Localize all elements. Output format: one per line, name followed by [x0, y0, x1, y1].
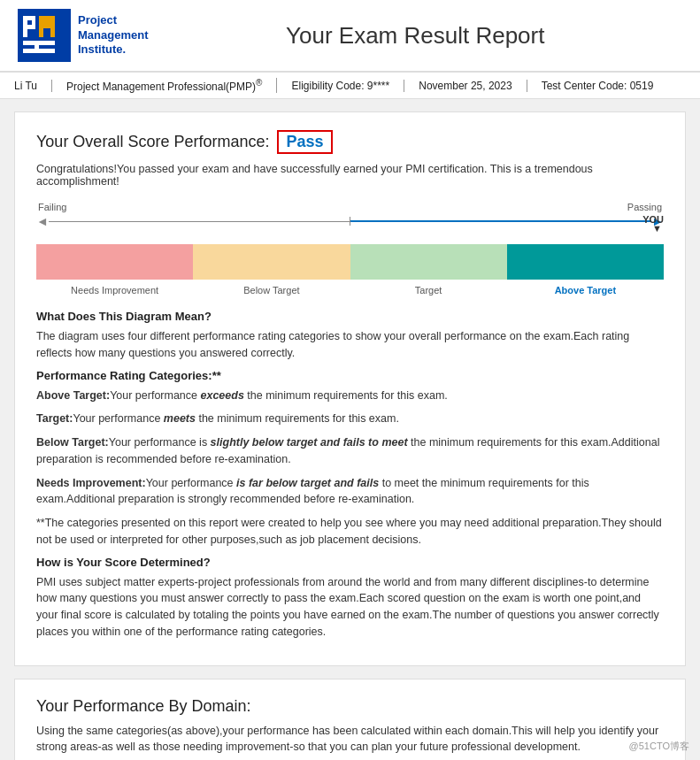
how-text: PMI uses subject matter experts-project …	[36, 574, 664, 641]
how-heading: How is Your Score Determined?	[36, 556, 664, 569]
needs-improvement-bar	[36, 244, 193, 280]
what-heading: What Does This Diagram Mean?	[36, 310, 664, 323]
domain-title: Your Performance By Domain:	[36, 697, 664, 716]
category-labels: Needs Improvement Below Target Target Ab…	[36, 285, 664, 296]
perf-heading: Performance Rating Categories:**	[36, 369, 664, 382]
target-bar	[350, 244, 507, 280]
left-arrow-icon: ◄	[36, 214, 49, 228]
performance-scale: Failing Passing ◄ ► YOU ▼	[36, 202, 664, 296]
congrats-text: Congratulations!You passed your exam and…	[36, 163, 664, 188]
logo-area: Project Management Institute.	[18, 9, 148, 62]
pmi-logo-icon	[18, 9, 71, 62]
above-target-desc: Above Target:Your performance exceeds th…	[36, 388, 664, 404]
below-target-bar	[193, 244, 350, 280]
svg-rect-11	[23, 49, 55, 53]
above-target-label: Above Target	[507, 285, 664, 296]
svg-rect-4	[32, 16, 35, 29]
eligibility-code: Eligibility Code: 9****	[277, 80, 404, 92]
info-bar: Li Tu Project Management Professional(PM…	[0, 72, 700, 99]
candidate-name: Li Tu	[14, 80, 52, 92]
domain-card: Your Performance By Domain: Using the sa…	[14, 679, 686, 761]
what-text: The diagram uses four different performa…	[36, 328, 664, 362]
scale-labels: Failing Passing	[36, 202, 664, 212]
score-card: Your Overall Score Performance: Pass Con…	[14, 111, 686, 666]
watermark: @51CTO博客	[629, 740, 689, 753]
score-title: Your Overall Score Performance: Pass	[36, 130, 664, 154]
below-target-desc: Below Target:Your performance is slightl…	[36, 434, 664, 468]
pass-badge: Pass	[277, 130, 332, 154]
descriptions: What Does This Diagram Mean? The diagram…	[36, 310, 664, 641]
above-target-label-bold: Above Target:	[36, 389, 110, 402]
logo-text: Project Management Institute.	[78, 13, 148, 58]
below-target-label: Below Target	[193, 285, 350, 296]
exam-date: November 25, 2023	[404, 80, 527, 92]
header: Project Management Institute. Your Exam …	[0, 0, 700, 72]
test-center: Test Center Code: 0519	[527, 80, 668, 92]
needs-improvement-label: Needs Improvement	[36, 285, 193, 296]
domain-subtitle: Using the same categories(as above),your…	[36, 723, 664, 756]
performance-bars	[36, 244, 664, 280]
main-content: Your Overall Score Performance: Pass Con…	[0, 99, 700, 760]
svg-rect-7	[50, 16, 55, 37]
svg-rect-8	[43, 16, 50, 28]
needs-improvement-desc: Needs Improvement:Your performance is fa…	[36, 475, 664, 509]
you-tick: ▼	[652, 224, 662, 234]
footnote-text: **The categories presented on this repor…	[36, 515, 664, 549]
report-title: Your Exam Result Report	[148, 22, 682, 50]
exam-name: Project Management Professional(PMP)®	[52, 78, 277, 93]
target-desc: Target:Your performance meets the minimu…	[36, 411, 664, 427]
above-target-bar	[507, 244, 664, 280]
target-label: Target	[350, 285, 507, 296]
